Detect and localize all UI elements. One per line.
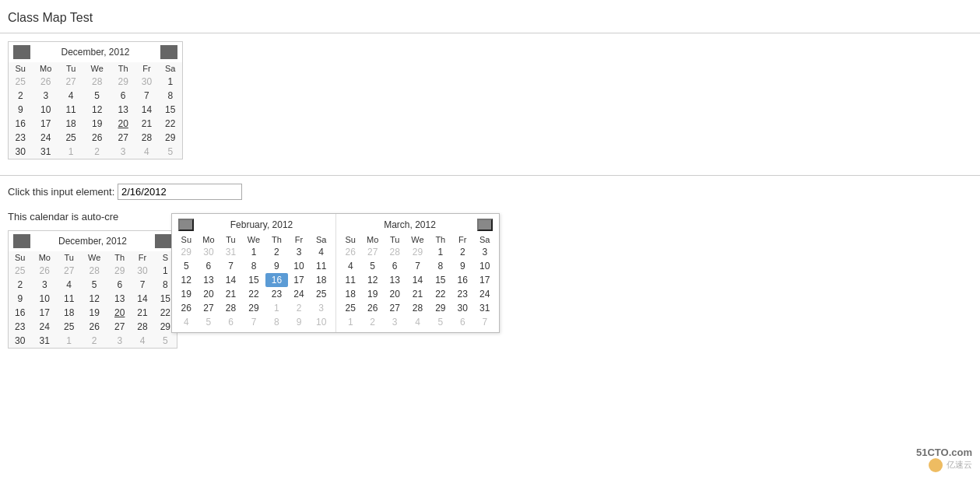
list-item[interactable]: 6 (384, 259, 406, 273)
list-item[interactable]: 28 (406, 301, 429, 315)
list-item[interactable]: 17 (32, 306, 58, 320)
list-item[interactable]: 22 (158, 117, 182, 131)
date-input[interactable] (118, 184, 242, 200)
list-item[interactable]: 7 (220, 259, 242, 273)
list-item[interactable]: 14 (131, 292, 153, 306)
list-item[interactable]: 19 (361, 287, 383, 301)
list-item[interactable]: 31 (220, 245, 242, 259)
list-item[interactable]: 1 (265, 301, 288, 315)
list-item[interactable]: 29 (108, 264, 131, 278)
list-item[interactable]: 27 (384, 301, 406, 315)
list-item[interactable]: 5 (158, 145, 182, 159)
list-item[interactable]: 21 (220, 287, 242, 301)
list-item[interactable]: 5 (430, 315, 451, 329)
list-item[interactable]: 9 (451, 259, 473, 273)
list-item[interactable]: 4 (135, 145, 158, 159)
list-item[interactable]: 29 (430, 301, 451, 315)
list-item[interactable]: 14 (135, 103, 158, 117)
list-item[interactable]: 12 (80, 292, 108, 306)
list-item[interactable]: 29 (242, 301, 265, 315)
list-item[interactable]: 9 (288, 315, 311, 329)
list-item[interactable]: 2 (451, 245, 473, 259)
list-item[interactable]: 3 (108, 334, 131, 348)
list-item[interactable]: 13 (111, 103, 135, 117)
list-item[interactable]: 30 (135, 75, 158, 89)
list-item[interactable]: 12 (361, 273, 383, 287)
list-item[interactable]: 19 (175, 287, 198, 301)
list-item[interactable]: 8 (430, 259, 451, 273)
list-item[interactable]: 11 (58, 292, 80, 306)
list-item[interactable]: 25 (59, 131, 83, 145)
list-item[interactable]: 25 (339, 301, 361, 315)
list-item[interactable]: 10 (32, 292, 58, 306)
list-item[interactable]: 8 (158, 89, 182, 103)
list-item[interactable]: 5 (83, 89, 111, 103)
list-item[interactable]: 9 (9, 292, 32, 306)
list-item[interactable]: 29 (406, 245, 429, 259)
list-item[interactable]: 6 (111, 89, 135, 103)
top-calendar-next-btn[interactable] (160, 45, 177, 59)
list-item[interactable]: 2 (80, 334, 108, 348)
list-item[interactable]: 2 (361, 315, 383, 329)
list-item[interactable]: 26 (80, 320, 108, 334)
list-item[interactable]: 4 (131, 334, 153, 348)
list-item[interactable]: 12 (83, 103, 111, 117)
list-item[interactable]: 4 (59, 89, 83, 103)
list-item[interactable]: 28 (80, 264, 108, 278)
top-calendar-prev-btn[interactable] (13, 45, 30, 59)
list-item[interactable]: 8 (242, 259, 265, 273)
list-item[interactable]: 7 (242, 315, 265, 329)
list-item[interactable]: 7 (473, 315, 496, 329)
list-item[interactable]: 23 (451, 287, 473, 301)
list-item[interactable]: 23 (9, 320, 32, 334)
list-item[interactable]: 15 (242, 273, 265, 287)
list-item[interactable]: 3 (473, 245, 496, 259)
list-item[interactable]: 28 (135, 131, 158, 145)
list-item[interactable]: 5 (198, 315, 220, 329)
list-item[interactable]: 5 (361, 259, 383, 273)
list-item[interactable]: 28 (220, 301, 242, 315)
list-item[interactable]: 10 (288, 259, 311, 273)
list-item[interactable]: 3 (32, 89, 59, 103)
list-item[interactable]: 6 (451, 315, 473, 329)
list-item[interactable]: 4 (175, 315, 198, 329)
list-item[interactable]: 19 (80, 306, 108, 320)
list-item[interactable]: 20 (108, 306, 131, 320)
list-item[interactable]: 16 (9, 306, 32, 320)
list-item[interactable]: 27 (111, 131, 135, 145)
list-item[interactable]: 21 (131, 306, 153, 320)
list-item[interactable]: 29 (111, 75, 135, 89)
list-item[interactable]: 10 (473, 259, 496, 273)
list-item[interactable]: 17 (288, 273, 311, 287)
list-item[interactable]: 17 (473, 273, 496, 287)
list-item[interactable]: 25 (9, 264, 32, 278)
list-item[interactable]: 18 (59, 117, 83, 131)
list-item[interactable]: 6 (198, 259, 220, 273)
list-item[interactable]: 2 (9, 89, 32, 103)
list-item[interactable]: 24 (473, 287, 496, 301)
list-item[interactable]: 16 (9, 117, 32, 131)
list-item[interactable]: 14 (220, 273, 242, 287)
list-item[interactable]: 30 (451, 301, 473, 315)
list-item[interactable]: 7 (406, 259, 429, 273)
list-item[interactable]: 24 (32, 320, 58, 334)
list-item[interactable]: 22 (242, 287, 265, 301)
list-item[interactable]: 28 (83, 75, 111, 89)
list-item[interactable]: 18 (310, 273, 332, 287)
list-item[interactable]: 30 (131, 264, 153, 278)
list-item[interactable]: 26 (339, 245, 361, 259)
list-item[interactable]: 21 (406, 287, 429, 301)
list-item[interactable]: 25 (58, 320, 80, 334)
list-item[interactable]: 27 (59, 75, 83, 89)
list-item[interactable]: 22 (430, 287, 451, 301)
list-item[interactable]: 28 (384, 245, 406, 259)
list-item[interactable]: 11 (339, 273, 361, 287)
list-item[interactable]: 26 (83, 131, 111, 145)
list-item[interactable]: 24 (32, 131, 59, 145)
list-item[interactable]: 7 (131, 278, 153, 292)
list-item[interactable]: 8 (265, 315, 288, 329)
list-item[interactable]: 13 (198, 273, 220, 287)
list-item[interactable]: 3 (384, 315, 406, 329)
list-item[interactable]: 28 (131, 320, 153, 334)
list-item[interactable]: 27 (108, 320, 131, 334)
